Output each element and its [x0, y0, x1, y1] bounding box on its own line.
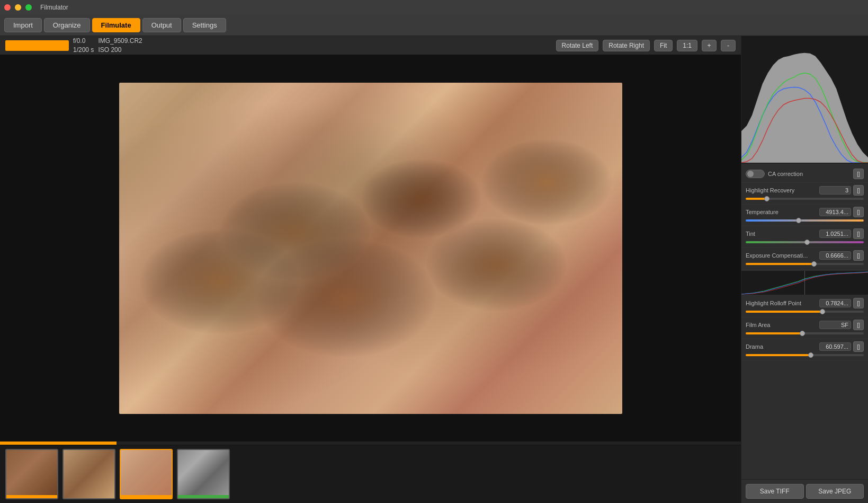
- rolloff-row: Highlight Rolloff Point 0.7824... []: [741, 296, 868, 317]
- rolloff-thumb[interactable]: [820, 309, 825, 314]
- nav-filmulate[interactable]: Filmulate: [92, 18, 140, 32]
- temperature-row: Temperature 4913.4... []: [741, 205, 868, 226]
- highlight-recovery-track: [746, 198, 864, 200]
- tone-curve-mini: [741, 271, 868, 295]
- tint-expand[interactable]: []: [853, 228, 864, 239]
- film-area-track: [746, 332, 864, 334]
- highlight-recovery-row: Highlight Recovery 3 []: [741, 183, 868, 205]
- navbar: Import Organize Filmulate Output Setting…: [0, 15, 868, 36]
- temperature-thumb[interactable]: [796, 218, 801, 223]
- exposure-value[interactable]: 0.6666...: [819, 251, 851, 260]
- rolloff-track: [746, 311, 864, 313]
- film-area-header: Film Area SF []: [746, 320, 864, 330]
- highlight-recovery-expand[interactable]: []: [853, 185, 864, 196]
- histogram: [741, 36, 868, 163]
- thumbnail-2[interactable]: [62, 449, 115, 499]
- thumb-image-3: [121, 450, 172, 498]
- tint-row: Tint 1.0251... []: [741, 226, 868, 248]
- rotate-right-button[interactable]: Rotate Right: [603, 40, 650, 51]
- rolloff-fill: [746, 311, 822, 313]
- image-filename: IMG_9509.CR2 ISO 200: [98, 37, 142, 55]
- tint-header: Tint 1.0251... []: [746, 228, 864, 239]
- controls-panel: CA correction [] Highlight Recovery 3 []: [741, 163, 868, 479]
- tone-curve-svg: [741, 271, 868, 295]
- save-tiff-button[interactable]: Save TIFF: [746, 484, 804, 499]
- highlight-recovery-thumb[interactable]: [764, 196, 769, 201]
- exposure-expand[interactable]: []: [853, 250, 864, 261]
- zoom-in-button[interactable]: +: [702, 40, 717, 51]
- iso-info: ISO 200: [98, 46, 142, 55]
- image-texture: [119, 83, 622, 414]
- save-row: Save TIFF Save JPEG: [741, 479, 868, 503]
- thumb-image-4: [178, 450, 229, 498]
- film-area-expand[interactable]: []: [853, 320, 864, 330]
- app-title: Filmulator: [40, 4, 68, 11]
- drama-header: Drama 60.597... []: [746, 341, 864, 352]
- aperture-info: f/0.0: [73, 37, 94, 46]
- tint-thumb[interactable]: [804, 240, 810, 245]
- drama-label: Drama: [746, 343, 763, 350]
- main-image: [119, 83, 622, 414]
- highlight-recovery-label: Highlight Recovery: [746, 187, 794, 193]
- nav-import[interactable]: Import: [4, 18, 42, 32]
- thumb-bar-4: [178, 495, 229, 498]
- rolloff-label: Highlight Rolloff Point: [746, 300, 801, 306]
- drama-expand[interactable]: []: [853, 341, 864, 352]
- maximize-button[interactable]: [25, 4, 32, 11]
- thumbnail-4[interactable]: [177, 449, 230, 499]
- save-jpeg-button[interactable]: Save JPEG: [806, 484, 864, 499]
- drama-thumb[interactable]: [808, 352, 813, 358]
- titlebar: Filmulator: [0, 0, 868, 15]
- fit-button[interactable]: Fit: [654, 40, 673, 51]
- image-panel: f/0.0 1/200 s IMG_9509.CR2 ISO 200 Rotat…: [0, 36, 741, 503]
- svg-rect-5: [119, 83, 622, 414]
- nav-settings[interactable]: Settings: [183, 18, 226, 32]
- nav-output[interactable]: Output: [142, 18, 181, 32]
- highlight-recovery-value[interactable]: 3: [819, 186, 851, 195]
- ca-correction-label: CA correction: [768, 171, 850, 177]
- film-strip-indicator: [5, 40, 69, 51]
- temperature-expand[interactable]: []: [853, 207, 864, 217]
- ca-correction-expand[interactable]: []: [853, 169, 864, 179]
- exposure-row: Exposure Compensati... 0.6666... []: [741, 248, 868, 270]
- rolloff-expand[interactable]: []: [853, 298, 864, 308]
- thumb-bar-1: [6, 495, 57, 498]
- thumb-image-1: [6, 450, 57, 498]
- close-button[interactable]: [4, 4, 11, 11]
- exposure-header: Exposure Compensati... 0.6666... []: [746, 250, 864, 261]
- exposure-fill: [746, 263, 814, 265]
- tint-value[interactable]: 1.0251...: [819, 230, 851, 238]
- drama-value[interactable]: 60.597...: [819, 342, 851, 351]
- rolloff-header: Highlight Rolloff Point 0.7824... []: [746, 298, 864, 308]
- shutter-info: 1/200 s: [73, 46, 94, 55]
- right-panel: CA correction [] Highlight Recovery 3 []: [741, 36, 868, 503]
- thumbnail-1[interactable]: [5, 449, 58, 499]
- nav-organize[interactable]: Organize: [44, 18, 90, 32]
- drama-fill: [746, 354, 811, 356]
- ca-correction-toggle[interactable]: [746, 170, 765, 178]
- exposure-label: Exposure Compensati...: [746, 252, 808, 259]
- rotate-left-button[interactable]: Rotate Left: [556, 40, 599, 51]
- temperature-header: Temperature 4913.4... []: [746, 207, 864, 217]
- image-toolbar: f/0.0 1/200 s IMG_9509.CR2 ISO 200 Rotat…: [0, 36, 741, 55]
- zoom-out-button[interactable]: -: [721, 40, 736, 51]
- film-area-label: Film Area: [746, 322, 770, 328]
- thumbnail-3[interactable]: [120, 449, 173, 499]
- temperature-value[interactable]: 4913.4...: [819, 208, 851, 216]
- thumbnail-strip: [0, 445, 741, 503]
- temperature-label: Temperature: [746, 209, 778, 215]
- film-area-value[interactable]: SF: [819, 321, 851, 329]
- thumb-image-2: [64, 450, 114, 498]
- image-meta: f/0.0 1/200 s: [73, 37, 94, 55]
- filename: IMG_9509.CR2: [98, 37, 142, 46]
- film-area-thumb[interactable]: [800, 331, 805, 336]
- temperature-track: [746, 219, 864, 222]
- exposure-track: [746, 263, 864, 265]
- minimize-button[interactable]: [15, 4, 21, 11]
- exposure-thumb[interactable]: [811, 261, 817, 267]
- highlight-recovery-header: Highlight Recovery 3 []: [746, 185, 864, 196]
- rolloff-value[interactable]: 0.7824...: [819, 299, 851, 307]
- tint-label: Tint: [746, 231, 755, 237]
- one-to-one-button[interactable]: 1:1: [677, 40, 697, 51]
- highlight-recovery-fill: [746, 198, 767, 200]
